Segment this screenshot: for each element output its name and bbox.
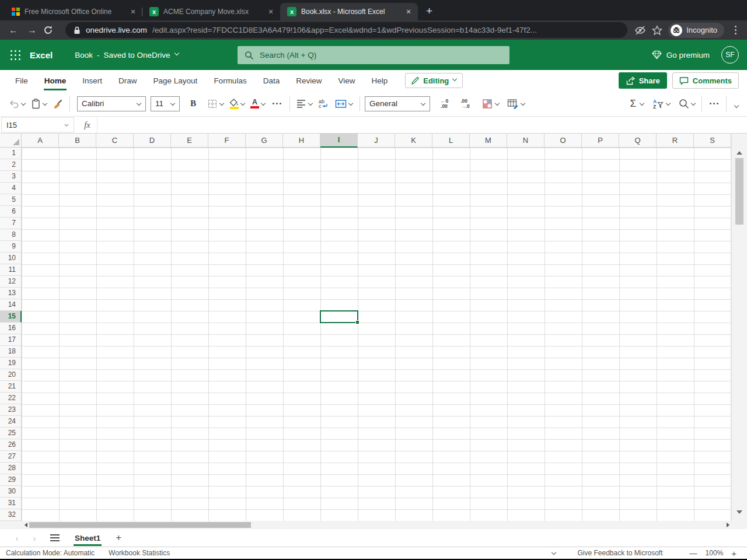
column-header-O[interactable]: O (544, 134, 582, 148)
sheet-list-menu-icon[interactable] (50, 534, 60, 541)
share-button[interactable]: Share (619, 72, 667, 89)
collapse-ribbon-chevron[interactable] (734, 104, 739, 108)
chevron-down-icon[interactable] (65, 123, 68, 127)
column-header-S[interactable]: S (694, 134, 731, 148)
column-header-P[interactable]: P (582, 134, 619, 148)
browser-tab-2[interactable]: xACME Company Move.xlsx✕ (142, 3, 280, 20)
row-header-25[interactable]: 25 (0, 428, 22, 439)
row-header-29[interactable]: 29 (0, 474, 22, 486)
chevron-down-icon[interactable] (691, 102, 696, 106)
column-header-Q[interactable]: Q (619, 134, 657, 148)
chevron-down-icon[interactable] (521, 102, 525, 106)
bookmark-star-icon[interactable] (652, 25, 662, 36)
column-header-B[interactable]: B (59, 134, 96, 148)
ribbon-tab-insert[interactable]: Insert (74, 70, 110, 91)
ribbon-tab-home[interactable]: Home (36, 70, 75, 91)
align-button[interactable] (295, 98, 315, 109)
search-box[interactable] (238, 46, 509, 64)
insert-function-button[interactable]: fx (78, 117, 97, 133)
horizontal-scrollbar[interactable] (0, 521, 747, 529)
format-painter-button[interactable] (51, 97, 65, 110)
row-header-19[interactable]: 19 (0, 358, 22, 369)
merge-cells-button[interactable] (333, 98, 355, 110)
browser-tab-1[interactable]: Free Microsoft Office Online✕ (5, 3, 142, 20)
chevron-down-icon[interactable] (640, 102, 644, 106)
row-header-21[interactable]: 21 (0, 381, 22, 393)
new-tab-button[interactable]: + (426, 5, 432, 16)
sort-filter-button[interactable]: A Z (651, 97, 672, 110)
selected-cell-outline[interactable] (320, 310, 358, 323)
column-header-F[interactable]: F (208, 134, 246, 148)
feedback-link[interactable]: Give Feedback to Microsoft (577, 549, 662, 557)
prev-sheet-arrow[interactable]: ‹ (8, 533, 26, 543)
chevron-down-icon[interactable] (43, 102, 47, 106)
calculation-mode-status[interactable]: Calculation Mode: Automatic (6, 549, 95, 557)
app-launcher-icon[interactable] (11, 50, 20, 60)
toolbar-overflow-button[interactable] (706, 102, 722, 106)
column-header-D[interactable]: D (134, 134, 171, 148)
row-header-17[interactable]: 17 (0, 334, 22, 346)
url-bar[interactable]: onedrive.live.com/edit.aspx?resid=7FDCC1… (65, 22, 627, 38)
row-header-32[interactable]: 32 (0, 509, 22, 521)
chevron-down-icon[interactable] (666, 102, 671, 106)
vertical-scrollbar[interactable] (731, 134, 747, 521)
column-header-J[interactable]: J (358, 134, 395, 148)
format-as-table-button[interactable] (505, 97, 527, 110)
font-name-select[interactable]: Calibri (77, 96, 146, 111)
vertical-scroll-thumb[interactable] (735, 158, 743, 225)
sheet-tab-sheet1[interactable]: Sheet1 (71, 531, 104, 545)
cell-area[interactable] (22, 148, 731, 521)
chevron-down-icon[interactable] (495, 102, 500, 106)
add-sheet-button[interactable]: + (116, 532, 121, 544)
horizontal-scroll-thumb[interactable] (29, 522, 251, 528)
row-header-1[interactable]: 1 (0, 148, 22, 159)
column-header-I[interactable]: I (320, 134, 358, 148)
row-header-16[interactable]: 16 (0, 323, 22, 334)
row-header-20[interactable]: 20 (0, 369, 22, 381)
zoom-out-button[interactable]: — (690, 549, 697, 558)
back-icon[interactable]: ← (6, 25, 21, 36)
row-header-18[interactable]: 18 (0, 346, 22, 358)
column-header-G[interactable]: G (246, 134, 283, 148)
row-header-24[interactable]: 24 (0, 416, 22, 428)
tab-close-icon[interactable]: ✕ (128, 7, 138, 16)
row-header-22[interactable]: 22 (0, 393, 22, 404)
ribbon-tab-review[interactable]: Review (288, 70, 330, 91)
search-input[interactable] (260, 51, 502, 60)
increase-decimal-button[interactable]: .00 →.0 (459, 97, 472, 110)
app-name[interactable]: Excel (30, 50, 53, 60)
row-header-31[interactable]: 31 (0, 498, 22, 509)
row-header-12[interactable]: 12 (0, 276, 22, 288)
ribbon-tab-help[interactable]: Help (363, 70, 396, 91)
spreadsheet-grid[interactable]: ABCDEFGHIJKLMNOPQRS 12345678910111213141… (0, 134, 747, 521)
scroll-right-arrow[interactable] (727, 523, 729, 527)
ribbon-tab-view[interactable]: View (330, 70, 363, 91)
row-header-15[interactable]: 15 (0, 311, 22, 323)
tab-close-icon[interactable]: ✕ (266, 7, 275, 16)
workbook-statistics-button[interactable]: Workbook Statistics (109, 549, 170, 557)
row-header-11[interactable]: 11 (0, 264, 22, 276)
ribbon-tab-data[interactable]: Data (255, 70, 288, 91)
editing-mode-button[interactable]: Editing (405, 73, 463, 88)
scroll-left-arrow[interactable] (25, 523, 27, 527)
chevron-down-icon[interactable]: .appbar .chev::after{border-color:#fff} (174, 51, 179, 56)
chevron-down-icon[interactable] (219, 102, 224, 106)
row-header-10[interactable]: 10 (0, 253, 22, 264)
scroll-up-arrow[interactable] (736, 151, 742, 155)
font-size-select[interactable]: 11 (151, 96, 180, 111)
column-header-N[interactable]: N (507, 134, 544, 148)
save-status[interactable]: Saved to OneDrive (103, 51, 170, 60)
row-header-7[interactable]: 7 (0, 218, 22, 229)
column-header-R[interactable]: R (657, 134, 694, 148)
row-header-13[interactable]: 13 (0, 288, 22, 299)
chevron-down-icon[interactable] (308, 102, 313, 106)
comments-button[interactable]: Comments (672, 72, 739, 89)
go-premium-button[interactable]: Go premium (652, 50, 710, 60)
forward-icon[interactable]: → (25, 25, 40, 36)
row-header-6[interactable]: 6 (0, 206, 22, 218)
document-title-group[interactable]: Book - Saved to OneDrive .appbar .chev::… (75, 51, 179, 60)
name-box[interactable]: I15 (1, 117, 74, 132)
account-avatar[interactable]: SF (721, 46, 739, 64)
conditional-formatting-button[interactable] (480, 97, 501, 110)
chevron-down-icon[interactable] (261, 102, 266, 106)
